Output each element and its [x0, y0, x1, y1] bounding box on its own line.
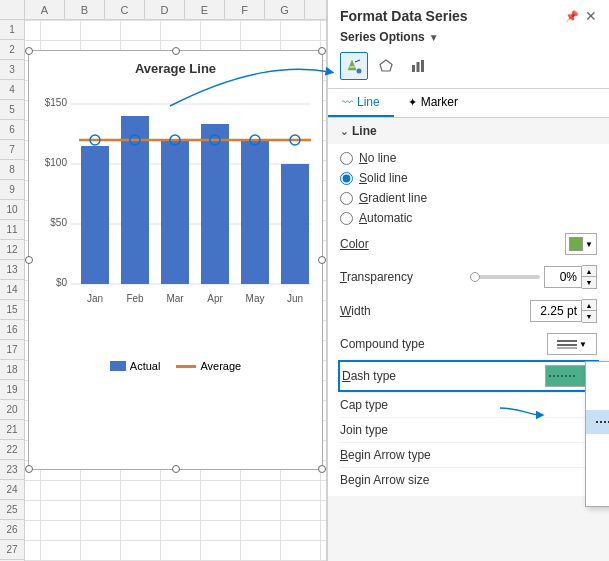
- format-panel: Format Data Series 📌 ✕ Series Options ▼: [327, 0, 609, 561]
- dash-type-label: Dash type: [342, 369, 396, 383]
- dash-option-dash[interactable]: [586, 434, 609, 458]
- width-label: Width: [340, 304, 371, 318]
- dash-option-solid[interactable]: [586, 362, 609, 386]
- no-line-radio[interactable]: [340, 152, 353, 165]
- dash-option-dash-dot[interactable]: [586, 458, 609, 482]
- col-f: F: [225, 0, 265, 19]
- handle-bl[interactable]: [25, 465, 33, 473]
- dash-preview: [549, 368, 577, 384]
- width-control[interactable]: ▲ ▼: [530, 299, 597, 323]
- tab-bar: 〰 Line ✦ Marker: [328, 89, 609, 118]
- svg-text:Jan: Jan: [87, 293, 103, 304]
- join-type-row: Join type: [340, 417, 597, 442]
- handle-mr[interactable]: [318, 256, 326, 264]
- radio-automatic[interactable]: Automatic: [340, 208, 597, 228]
- transparency-label: Transparency: [340, 270, 413, 284]
- width-row: Width ▲ ▼: [340, 294, 597, 328]
- radio-no-line[interactable]: No line: [340, 148, 597, 168]
- line-section-label: Line: [352, 124, 377, 138]
- dash-type-row: Dash type ▼: [338, 360, 599, 392]
- legend-actual-label: Actual: [130, 360, 161, 372]
- compound-btn[interactable]: ▼: [547, 333, 597, 355]
- dash-dropdown-menu: Square Dot: [585, 361, 609, 507]
- transparency-up[interactable]: ▲: [582, 266, 596, 277]
- automatic-label: Automatic: [359, 211, 412, 225]
- width-down[interactable]: ▼: [582, 311, 596, 322]
- solid-line-radio[interactable]: [340, 172, 353, 185]
- pin-icon[interactable]: 📌: [565, 10, 579, 23]
- svg-marker-29: [380, 60, 392, 71]
- handle-tl[interactable]: [25, 47, 33, 55]
- chart-svg: $150 $100 $50 $0: [39, 84, 314, 354]
- panel-title-row: Format Data Series 📌 ✕: [340, 8, 597, 24]
- handle-bm[interactable]: [172, 465, 180, 473]
- radio-solid-line[interactable]: Solid line: [340, 168, 597, 188]
- transparency-spin[interactable]: ▲ ▼: [544, 265, 597, 289]
- close-button[interactable]: ✕: [585, 9, 597, 23]
- handle-tm[interactable]: [172, 47, 180, 55]
- line-section-chevron: ⌄: [340, 126, 348, 137]
- dash-option-dotted[interactable]: [586, 386, 609, 410]
- svg-rect-8: [81, 146, 109, 284]
- gradient-line-radio[interactable]: [340, 192, 353, 205]
- svg-rect-11: [201, 124, 229, 284]
- marker-tab-icon: ✦: [408, 96, 417, 109]
- width-up[interactable]: ▲: [582, 300, 596, 311]
- bar-chart-icon-btn[interactable]: [404, 52, 432, 80]
- handle-tr[interactable]: [318, 47, 326, 55]
- panel-body: ⌄ Line No line Solid line Gradient line: [328, 118, 609, 561]
- color-control[interactable]: ▼: [565, 233, 597, 255]
- tab-line-label: Line: [357, 95, 380, 109]
- svg-rect-13: [281, 164, 309, 284]
- legend-actual-color: [110, 361, 126, 371]
- begin-arrow-type-row: Begin Arrow type: [340, 442, 597, 467]
- line-section-header[interactable]: ⌄ Line: [328, 118, 609, 144]
- tab-line[interactable]: 〰 Line: [328, 89, 394, 117]
- chart-container[interactable]: Average Line $150 $100 $50 $0: [28, 50, 323, 470]
- compound-icon: [557, 337, 577, 351]
- legend-average-color: [176, 365, 196, 368]
- dash-option-square-dot[interactable]: Square Dot: [586, 410, 609, 434]
- legend-average-label: Average: [200, 360, 241, 372]
- dash-type-control[interactable]: ▼: [545, 365, 595, 387]
- chart-legend: Actual Average: [39, 360, 312, 372]
- series-options-dropdown-arrow[interactable]: ▼: [429, 32, 439, 43]
- begin-arrow-type-label: Begin Arrow type: [340, 448, 431, 462]
- svg-text:May: May: [246, 293, 265, 304]
- pentagon-icon-btn[interactable]: [372, 52, 400, 80]
- spreadsheet-area: A B C D E F G 1 2 3 4 5 6 7 8 9 10 11 12…: [0, 0, 327, 561]
- gradient-line-label: Gradient line: [359, 191, 427, 205]
- handle-ml[interactable]: [25, 256, 33, 264]
- transparency-down[interactable]: ▼: [582, 277, 596, 288]
- handle-br[interactable]: [318, 465, 326, 473]
- radio-gradient-line[interactable]: Gradient line: [340, 188, 597, 208]
- svg-text:Jun: Jun: [287, 293, 303, 304]
- paint-bucket-icon-btn[interactable]: [340, 52, 368, 80]
- line-options-body: No line Solid line Gradient line Automat…: [328, 144, 609, 496]
- automatic-radio[interactable]: [340, 212, 353, 225]
- svg-text:Apr: Apr: [207, 293, 223, 304]
- color-btn[interactable]: ▼: [565, 233, 597, 255]
- transparency-slider[interactable]: [470, 275, 540, 279]
- dash-solid-line: [594, 366, 609, 382]
- line-tab-icon: 〰: [342, 96, 353, 108]
- panel-title: Format Data Series: [340, 8, 468, 24]
- svg-rect-30: [412, 65, 415, 72]
- svg-text:Mar: Mar: [166, 293, 184, 304]
- width-value[interactable]: [530, 300, 582, 322]
- width-spin[interactable]: ▲ ▼: [530, 299, 597, 323]
- compound-control[interactable]: ▼: [547, 333, 597, 355]
- col-c: C: [105, 0, 145, 19]
- dash-dotted-line: [594, 390, 609, 406]
- icon-row: [340, 52, 597, 80]
- join-type-label: Join type: [340, 423, 388, 437]
- tab-marker[interactable]: ✦ Marker: [394, 89, 472, 117]
- dash-option-dash-dot-dot[interactable]: [586, 482, 609, 506]
- svg-rect-31: [417, 62, 420, 72]
- series-options-label[interactable]: Series Options: [340, 30, 425, 44]
- transparency-value[interactable]: [544, 266, 582, 288]
- col-a: A: [25, 0, 65, 19]
- compound-arrow: ▼: [579, 340, 587, 349]
- chart-title: Average Line: [39, 61, 312, 76]
- transparency-control[interactable]: ▲ ▼: [470, 265, 597, 289]
